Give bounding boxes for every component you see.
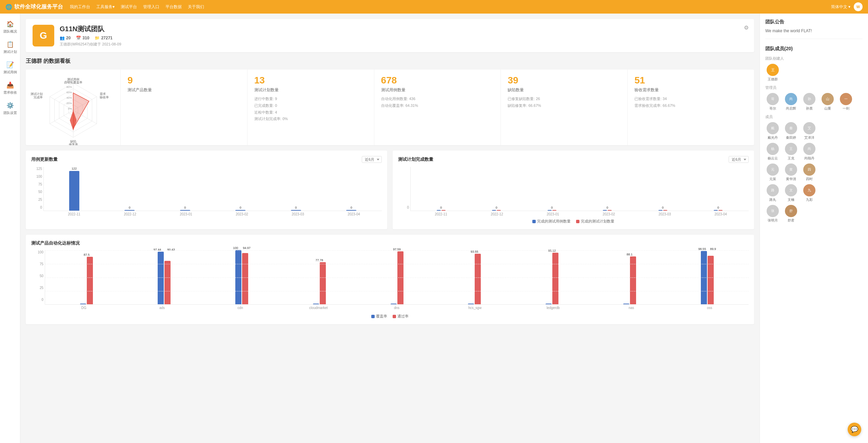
member-1: 秦 秦田婷 (784, 122, 798, 140)
founder-row: 王 王德群 (765, 64, 863, 82)
pc-bar-2023-02: 0 (580, 167, 635, 211)
bar-group-2023-02: 0 (213, 167, 269, 211)
case-update-title: 用例更新数量 (31, 156, 58, 162)
radar-svg: 测试用例 自动化覆盖率 需求 验收率 测试计划 完成率 缺陷 修复率 100% … (29, 73, 117, 141)
topnav-menu: 我的工作台 工具服务▾ 测试平台 管理入口 平台数据 关于我们 (70, 4, 204, 10)
manager-avatar-4: 一 (840, 93, 852, 105)
manager-avatar-1: 尚 (785, 93, 797, 105)
pc-bar-2022-11: 0 (413, 167, 469, 211)
manager-item-1: 尚 尚启辉 (784, 93, 798, 111)
right-panel: 团队公告 We make the world FLAT! 团队成员(20) 团队… (760, 14, 868, 443)
logo-text: 软件全球化服务平台 (14, 3, 63, 11)
manager-avatar-2: 孙 (803, 93, 815, 105)
member-avatar-0: 戴 (767, 122, 779, 134)
sidebar-item-plans[interactable]: 📋 测试计划 (0, 37, 20, 58)
auto-bar-hcs-blue (468, 304, 474, 304)
founder-item: 王 王德群 (765, 64, 780, 82)
bar-2022-11 (69, 171, 79, 211)
member-13: 舒 舒君 (784, 205, 798, 223)
member-avatar-2: 艾 (803, 122, 815, 134)
svg-text:测试计划: 测试计划 (31, 92, 43, 96)
team-settings-button[interactable]: ⚙ (744, 24, 749, 31)
plan-complete-bars: 0 0 0 (410, 167, 749, 211)
member-4: 王 王克 (784, 143, 798, 161)
case-update-filter[interactable]: 近6月 近3月 近1年 (362, 156, 382, 163)
case-update-bars: 122 0 0 0 0 (43, 167, 382, 211)
sidebar-label-settings: 团队设置 (3, 111, 17, 115)
plan-complete-header: 测试计划完成数量 近6月 近3月 近1年 (398, 156, 749, 163)
hgrid-75 (45, 264, 749, 264)
bar-group-2023-04: 0 (324, 167, 379, 211)
manager-avatar-0: 哥 (767, 93, 779, 105)
stats-grid: 9 测试产品数量 13 测试计划数量 进行中数量: 9已完成数量: 0近检中数量… (121, 70, 754, 145)
stat-requirements-label: 验收需求数量 (634, 87, 747, 93)
sidebar-label-requirements: 需求收收 (3, 90, 17, 95)
team-members-count: 👥 20 (60, 36, 71, 40)
announce-title: 团队公告 (765, 19, 863, 25)
manager-row: 哥 哥尔 尚 尚启辉 孙 孙晨 山 山重 一 一剑 (765, 93, 863, 111)
xlabel-2023-01: 2023-01 (158, 212, 214, 216)
support-button[interactable]: 💬 (848, 423, 861, 436)
radar-chart-container: 测试用例 自动化覆盖率 需求 验收率 测试计划 完成率 缺陷 修复率 100% … (26, 70, 121, 145)
case-update-header: 用例更新数量 近6月 近3月 近1年 (31, 156, 382, 163)
automation-legend: 覆盖率 通过率 (31, 314, 749, 319)
automation-chart-card: 测试产品自动化达标情况 100 75 50 25 0 87.5 (26, 235, 754, 324)
auto-bar-dns-red (397, 251, 403, 304)
stat-cases-label: 测试用例数量 (381, 87, 494, 93)
members-row-2: 杨 杨云云 王 王克 尚 尚颐丹 (765, 143, 863, 161)
sidebar-item-settings[interactable]: ⚙️ 团队设置 (0, 98, 20, 119)
manager-name-4: 一剑 (843, 106, 849, 111)
nav-admin[interactable]: 管理入口 (143, 4, 159, 10)
member-avatar-12: 张 (767, 205, 779, 217)
stat-cases-detail: 自动化用例数量: 436自动化覆盖率: 64.31% (381, 96, 494, 109)
bar-group-2022-11: 122 (46, 167, 102, 211)
plan-complete-legend: 完成的测试用例数量 完成的测试计划数量 (398, 219, 749, 224)
nav-about[interactable]: 关于我们 (188, 4, 204, 10)
nav-test-platform[interactable]: 测试平台 (121, 4, 137, 10)
auto-bar-cm-red (320, 262, 326, 304)
svg-text:20%: 20% (66, 102, 72, 105)
hgrid-100 (45, 250, 749, 251)
xlabel-2023-04: 2023-04 (326, 212, 382, 216)
member-8: 四 四时 (802, 163, 817, 181)
member-name-11: 九彩 (806, 197, 813, 202)
member-12: 张 张明月 (765, 205, 780, 223)
founder-name: 王德群 (768, 77, 778, 82)
team-cases-count: 📁 27271 (95, 36, 112, 40)
bar-val-2023-02: 0 (240, 206, 241, 209)
founder-label: 团队创建人 (765, 56, 863, 61)
bar-val-2023-04: 0 (351, 206, 352, 209)
stat-plans-detail: 进行中数量: 9已完成数量: 0近检中数量: 4测试计划完成率: 0% (254, 96, 367, 122)
nav-workbench[interactable]: 我的工作台 (70, 4, 90, 10)
member-name-13: 舒君 (788, 218, 794, 223)
sidebar-item-requirements[interactable]: 📥 需求收收 (0, 78, 20, 98)
manager-avatar-3: 山 (822, 93, 834, 105)
member-11: 九 九彩 (802, 184, 817, 202)
settings-icon: ⚙️ (6, 102, 14, 109)
plan-complete-filter[interactable]: 近6月 近3月 近1年 (729, 156, 749, 163)
topnav: 🌐 软件全球化服务平台 我的工作台 工具服务▾ 测试平台 管理入口 平台数据 关… (0, 0, 868, 14)
team-creator: 王德群(WR62547)创建于 2021-08-09 (60, 42, 121, 47)
nav-platform-data[interactable]: 平台数据 (165, 4, 182, 10)
sidebar-item-cases[interactable]: 📝 测试用例 (0, 58, 20, 78)
bar-2023-04 (346, 210, 356, 211)
nav-tools[interactable]: 工具服务▾ (96, 4, 115, 10)
sidebar-item-overview[interactable]: 🏠 团队概况 (0, 17, 20, 37)
plan-complete-xaxis: 2022-11 2022-12 2023-01 2023-02 2023-03 … (410, 212, 749, 216)
stats-row: 测试用例 自动化覆盖率 需求 验收率 测试计划 完成率 缺陷 修复率 100% … (26, 70, 754, 145)
bar-val-2022-11: 122 (72, 167, 77, 170)
plans-icon: 📋 (6, 41, 14, 48)
lang-switcher[interactable]: 简体中文 ▾ (831, 4, 850, 10)
red-legend-dot (576, 220, 579, 223)
manager-name-3: 山重 (824, 106, 831, 111)
stat-requirements: 51 验收需求数量 已验收需求数量: 34需求验收完成率: 66.67% (628, 70, 754, 145)
members-row-3: 元 元策 黄 黄华清 四 四时 (765, 163, 863, 181)
logo-icon: 🌐 (5, 4, 12, 10)
topnav-right: 简体中文 ▾ W (831, 2, 863, 11)
stat-plans-label: 测试计划数量 (254, 87, 367, 93)
topnav-left: 🌐 软件全球化服务平台 我的工作台 工具服务▾ 测试平台 管理入口 平台数据 关… (5, 3, 204, 11)
members-row-4: 路 路丸 文 文楠 九 九彩 (765, 184, 863, 202)
dashboard-title: 王德群 的数据看板 (26, 58, 754, 65)
cases-icon: 📝 (6, 61, 14, 69)
user-avatar[interactable]: W (854, 2, 863, 11)
